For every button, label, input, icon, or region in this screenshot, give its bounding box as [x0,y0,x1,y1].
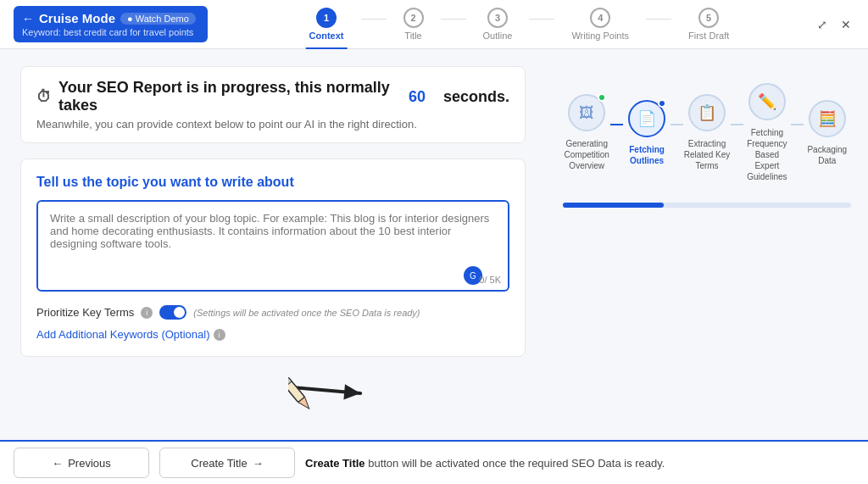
bottom-bar: ← Previous Create Title → Create Title b… [0,440,868,484]
prioritize-row: Prioritize Key Terms i (Settings will be… [36,305,509,320]
top-bar: ← Cruise Mode ● Watch Demo Keyword: best… [0,0,868,49]
prog-dot-1 [598,93,606,102]
step-connector-1 [361,19,387,19]
prog-circle-4: ✏️ [748,83,786,120]
steps-nav: 1 Context 2 Title 3 Outline 4 Writing Po… [225,8,814,41]
prog-connector-1 [610,124,623,125]
previous-button[interactable]: ← Previous [14,448,149,478]
prog-connector-3 [731,124,743,125]
close-button[interactable]: ✕ [837,16,854,33]
create-title-button[interactable]: Create Title → [159,448,295,478]
topic-section: Tell us the topic you want to write abou… [20,159,526,357]
seo-banner: ⏱ Your SEO Report is in progress, this n… [20,66,526,143]
step-circle-3: 3 [487,8,508,28]
timer-icon: ⏱ [36,88,52,106]
cruise-mode-section: ← Cruise Mode ● Watch Demo Keyword: best… [14,6,208,42]
add-keywords-label: Add Additional Keywords (Optional) [36,328,210,341]
prog-label-5: Packaging Data [804,144,851,166]
seo-banner-subtext: Meanwhile, you can provide context below… [36,118,509,131]
topic-textarea-wrapper: G 0/ 5K [36,200,509,292]
window-controls: ⤢ ✕ [814,16,854,33]
bottom-hint-text: button will be activated once the requir… [365,457,665,470]
expand-button[interactable]: ⤢ [814,16,831,33]
step-circle-5: 5 [698,8,719,28]
char-count: 0/ 5K [479,275,501,285]
toggle-hint: (Settings will be activated once the SEO… [193,308,420,318]
prog-step-4: ✏️ Fetching Frequency Based Expert Guide… [743,83,791,182]
progress-bar-fill [563,203,664,208]
prog-circle-5: 🧮 [809,100,846,137]
step-circle-2: 2 [403,8,424,28]
left-panel: ⏱ Your SEO Report is in progress, this n… [0,49,546,440]
topic-textarea[interactable] [38,202,508,287]
progress-bar-container [563,203,851,208]
prioritize-toggle[interactable] [159,305,186,320]
prioritize-info-icon[interactable]: i [141,307,153,319]
prog-step-3: 📋 Extracting Related Key Terms [683,94,731,171]
prog-step-1: 🖼 Generating Competition Overview [563,94,610,171]
prog-label-4: Fetching Frequency Based Expert Guidelin… [743,127,791,182]
cruise-mode-keyword: Keyword: best credit card for travel poi… [22,27,196,37]
bottom-hint: Create Title button will be activated on… [305,457,665,470]
step-label-5: First Draft [688,31,729,41]
back-arrow-icon[interactable]: ← [22,12,34,25]
step-label-1: Context [309,31,344,41]
prog-label-1: Generating Competition Overview [563,138,610,171]
step-first-draft[interactable]: 5 First Draft [671,8,746,41]
bottom-hint-bold: Create Title [305,457,365,470]
step-writing-points[interactable]: 4 Writing Points [554,8,646,41]
step-outline[interactable]: 3 Outline [466,8,530,41]
right-panel: 🖼 Generating Competition Overview 📄 Fetc… [546,49,868,440]
seo-banner-highlight: 60 [409,88,426,106]
prog-circle-2: 📄 [628,100,665,137]
add-keywords-button[interactable]: Add Additional Keywords (Optional) i [36,328,509,341]
prog-label-3: Extracting Related Key Terms [683,138,731,171]
create-arrow-icon: → [253,457,264,470]
step-label-2: Title [404,31,421,41]
prioritize-label: Prioritize Key Terms [36,306,134,319]
prog-connector-4 [791,124,804,125]
step-context[interactable]: 1 Context [292,8,361,41]
prog-step-5: 🧮 Packaging Data [804,100,851,166]
prog-dot-2 [658,99,666,108]
prog-connector-2 [670,124,683,125]
step-label-4: Writing Points [571,31,629,41]
prev-arrow-icon: ← [52,457,63,470]
prog-label-2: Fetching Outlines [623,144,670,166]
step-label-3: Outline [483,31,513,41]
keywords-info-icon[interactable]: i [214,329,225,341]
create-title-label: Create Title [191,457,247,470]
topic-section-title: Tell us the topic you want to write abou… [36,175,509,190]
step-title[interactable]: 2 Title [387,8,441,41]
progress-steps: 🖼 Generating Competition Overview 📄 Fetc… [563,83,851,182]
seo-banner-text-before: Your SEO Report is in progress, this nor… [58,79,391,114]
watch-demo-button[interactable]: ● Watch Demo [120,13,196,25]
step-circle-1: 1 [316,8,337,28]
main-content: ⏱ Your SEO Report is in progress, this n… [0,49,868,440]
seo-banner-text-after: seconds. [443,88,509,106]
prog-circle-3: 📋 [688,94,726,131]
step-connector-4 [646,19,671,19]
prev-label: Previous [68,457,111,470]
prog-circle-1: 🖼 [568,94,605,131]
seo-banner-title: ⏱ Your SEO Report is in progress, this n… [36,79,509,114]
step-circle-4: 4 [590,8,610,28]
cruise-mode-title: Cruise Mode [39,11,115,25]
step-connector-3 [529,19,554,19]
prog-step-2: 📄 Fetching Outlines [623,100,670,166]
step-connector-2 [441,19,466,19]
